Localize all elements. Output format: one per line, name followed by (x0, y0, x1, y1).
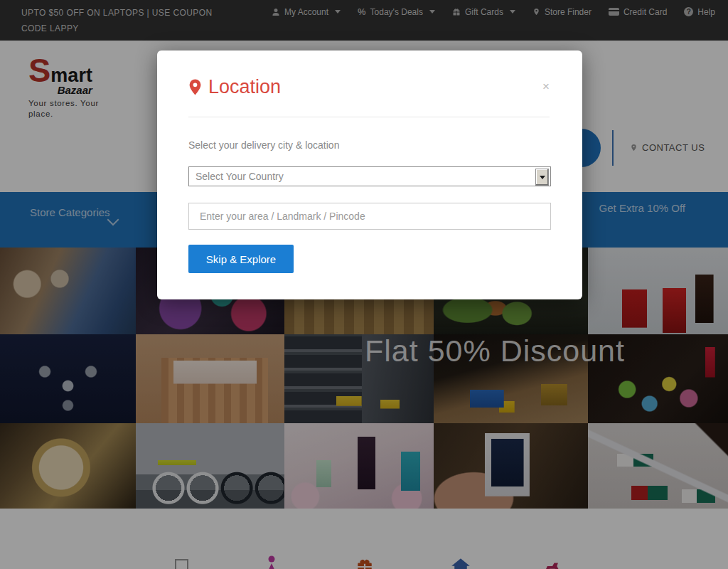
location-modal: Location × Select your delivery city & l… (157, 50, 582, 299)
select-dropdown-arrow-icon[interactable] (535, 169, 549, 186)
close-icon[interactable]: × (542, 80, 550, 92)
modal-header: Location × (157, 50, 582, 117)
page: UPTO $50 OFF ON LAPTOPS | USE COUPON COD… (0, 0, 728, 569)
map-pin-icon (188, 78, 202, 96)
country-select[interactable]: Select Your Country (188, 166, 551, 186)
modal-header-divider (188, 117, 550, 117)
country-select-value: Select Your Country (196, 171, 284, 182)
area-input[interactable] (188, 203, 551, 230)
modal-body: Select your delivery city & location Sel… (157, 139, 582, 273)
skip-explore-button[interactable]: Skip & Explore (188, 245, 294, 273)
modal-title-text: Location (208, 76, 281, 98)
modal-subtitle: Select your delivery city & location (188, 139, 551, 151)
modal-title: Location (188, 76, 550, 98)
